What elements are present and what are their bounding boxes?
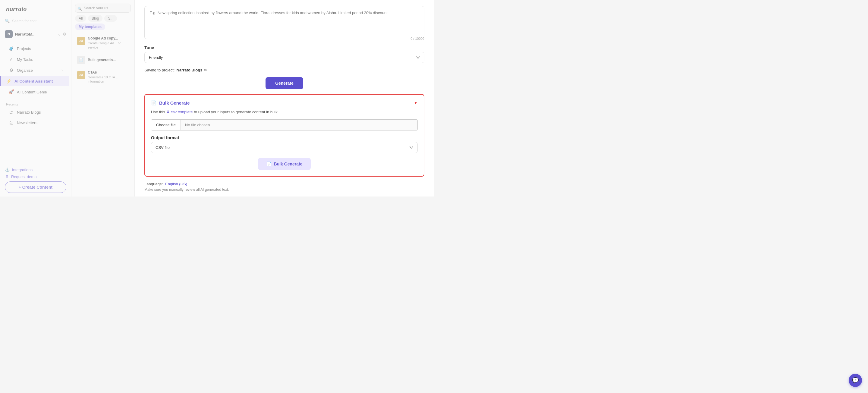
template-info: Google Ad copy... Create Google Ad... or… <box>88 36 129 50</box>
user-actions[interactable]: ⌄ ⚙ <box>58 32 66 36</box>
choose-file-button[interactable]: Choose file <box>151 120 181 130</box>
language-row: Language: English (US) <box>144 182 424 186</box>
sidebar-item-newsletters[interactable]: 🗂 Newsletters <box>2 118 69 128</box>
sidebar-item-ai-content-genie[interactable]: 🚀 AI Content Genie <box>2 87 69 97</box>
output-format-section: Output format CSV file JSON file <box>151 135 418 153</box>
briefcase-icon: 🧳 <box>8 46 14 51</box>
content-footer: Language: English (US) Make sure you man… <box>135 178 434 196</box>
tab-my-templates[interactable]: My templates <box>75 24 105 30</box>
content-area: 0 / 10000 Tone Friendly Professional Cas… <box>135 0 434 178</box>
file-input-row: Choose file No file chosen <box>151 119 418 130</box>
template-badge: Ad <box>77 71 85 79</box>
folder-icon: 🗂 <box>8 110 14 115</box>
prompt-section: 0 / 10000 <box>144 6 424 40</box>
sidebar-item-ai-content-assistant[interactable]: ⚡ AI Content Assistant <box>0 76 69 86</box>
request-demo-link[interactable]: 🖥 Request demo <box>5 175 66 179</box>
sidebar-item-label: Projects <box>17 47 31 51</box>
template-search-input[interactable] <box>75 4 131 13</box>
project-link[interactable]: Narrato Blogs <box>176 68 202 72</box>
output-format-select[interactable]: CSV file JSON file <box>151 142 418 153</box>
recents-nav: 🗂 Narrato Blogs 🗂 Newsletters <box>0 107 71 130</box>
template-name: Google Ad copy... <box>88 36 129 40</box>
main-panel: 0 / 10000 Tone Friendly Professional Cas… <box>135 0 434 196</box>
sidebar-item-label: Newsletters <box>17 121 37 125</box>
logo: narrato <box>0 0 71 16</box>
footer-disclaimer: Make sure you manually review all AI gen… <box>144 187 424 192</box>
sidebar-bottom: ⚓ Integrations 🖥 Request demo + Create C… <box>0 164 71 196</box>
integrations-link[interactable]: ⚓ Integrations <box>5 168 66 172</box>
search-icon: 🔍 <box>78 7 82 11</box>
bulk-title-label: Bulk Generate <box>159 100 190 105</box>
sidebar-item-projects[interactable]: 🧳 Projects <box>2 43 69 54</box>
sidebar: narrato 🔍 Search for cont... N NarratoM.… <box>0 0 71 196</box>
bulk-description: Use this ⬇ csv template to upload your i… <box>151 109 418 115</box>
language-link[interactable]: English (US) <box>165 182 187 186</box>
csv-template-link[interactable]: ⬇ csv template <box>166 109 193 115</box>
language-label: Language: <box>144 182 163 186</box>
list-item[interactable]: 📄 Bulk generatio... <box>74 53 132 67</box>
avatar: N <box>5 30 13 38</box>
template-tabs: All Blog S... My templates <box>71 15 134 33</box>
prompt-textarea[interactable] <box>144 6 424 39</box>
bulk-header: 📄 Bulk Generate ▼ <box>151 100 418 105</box>
user-name: NarratoM... <box>15 32 55 36</box>
search-placeholder: Search for cont... <box>12 19 39 23</box>
copy-icon-btn: 📄 <box>267 161 272 167</box>
template-desc: Generates 10 CTA... information <box>88 75 129 84</box>
bulk-gen-label: Bulk generatio... <box>88 58 116 62</box>
template-info: CTAs Generates 10 CTA... information <box>88 70 129 84</box>
template-desc: Create Google Ad... or service <box>88 41 129 50</box>
create-content-button[interactable]: + Create Content <box>5 181 66 193</box>
template-search-wrapper[interactable]: 🔍 <box>71 0 134 15</box>
bulk-generate-button[interactable]: 📄 Bulk Generate <box>258 158 311 170</box>
chevron-down-icon: ⌄ <box>58 32 61 36</box>
tone-label: Tone <box>144 45 424 50</box>
template-badge: Ad <box>77 37 85 45</box>
download-icon: ⬇ <box>166 109 170 115</box>
chevron-icon: › <box>61 68 63 72</box>
edit-icon[interactable]: ✏ <box>204 68 207 72</box>
saving-label: Saving to project: <box>144 68 175 72</box>
lightning-icon: ⚡ <box>6 78 11 84</box>
organize-icon: ⚙ <box>8 67 14 73</box>
bulk-generate-section: 📄 Bulk Generate ▼ Use this ⬇ csv templat… <box>144 94 424 177</box>
recents-label: Recents <box>0 99 71 107</box>
sidebar-item-label: AI Content Assistant <box>14 79 53 84</box>
output-format-label: Output format <box>151 135 418 140</box>
list-item[interactable]: Ad CTAs Generates 10 CTA... information <box>74 68 132 86</box>
user-row[interactable]: N NarratoM... ⌄ ⚙ <box>0 27 71 41</box>
tab-blog[interactable]: Blog <box>88 15 102 22</box>
sidebar-item-label: Narrato Blogs <box>17 110 41 115</box>
templates-panel: 🔍 All Blog S... My templates Ad Google A… <box>71 0 135 196</box>
global-search[interactable]: 🔍 Search for cont... <box>0 16 71 27</box>
generate-button[interactable]: Generate <box>266 77 303 89</box>
sidebar-item-my-tasks[interactable]: ✓ My Tasks <box>2 54 69 64</box>
main-nav: 🧳 Projects ✓ My Tasks ⚙ Organize › ⚡ AI … <box>0 41 71 99</box>
bulk-title: 📄 Bulk Generate <box>151 100 190 105</box>
sidebar-item-organize[interactable]: ⚙ Organize › <box>2 65 69 75</box>
tab-all[interactable]: All <box>75 15 86 22</box>
folder-icon: 🗂 <box>8 120 14 125</box>
tone-section: Tone Friendly Professional Casual Formal… <box>144 45 424 63</box>
bulk-icon: 📄 <box>77 56 85 64</box>
gear-icon: ⚙ <box>63 32 66 36</box>
sidebar-item-label: AI Content Genie <box>17 90 47 94</box>
sidebar-item-label: Organize <box>17 68 33 72</box>
list-item[interactable]: Ad Google Ad copy... Create Google Ad...… <box>74 34 132 52</box>
search-icon: 🔍 <box>5 19 10 23</box>
sidebar-item-label: My Tasks <box>17 57 33 62</box>
template-list: Ad Google Ad copy... Create Google Ad...… <box>71 33 134 196</box>
copy-icon: 📄 <box>151 100 157 105</box>
template-name: CTAs <box>88 70 129 74</box>
tab-s[interactable]: S... <box>104 15 117 22</box>
saving-row: Saving to project: Narrato Blogs ✏ <box>144 68 424 72</box>
tone-select[interactable]: Friendly Professional Casual Formal Humo… <box>144 52 424 63</box>
sidebar-item-narrato-blogs[interactable]: 🗂 Narrato Blogs <box>2 107 69 117</box>
collapse-icon[interactable]: ▼ <box>413 100 418 105</box>
monitor-icon: 🖥 <box>5 175 9 179</box>
check-icon: ✓ <box>8 57 14 62</box>
anchor-icon: ⚓ <box>5 168 10 172</box>
rocket-icon: 🚀 <box>8 89 14 95</box>
file-name-display: No file chosen <box>181 120 417 130</box>
